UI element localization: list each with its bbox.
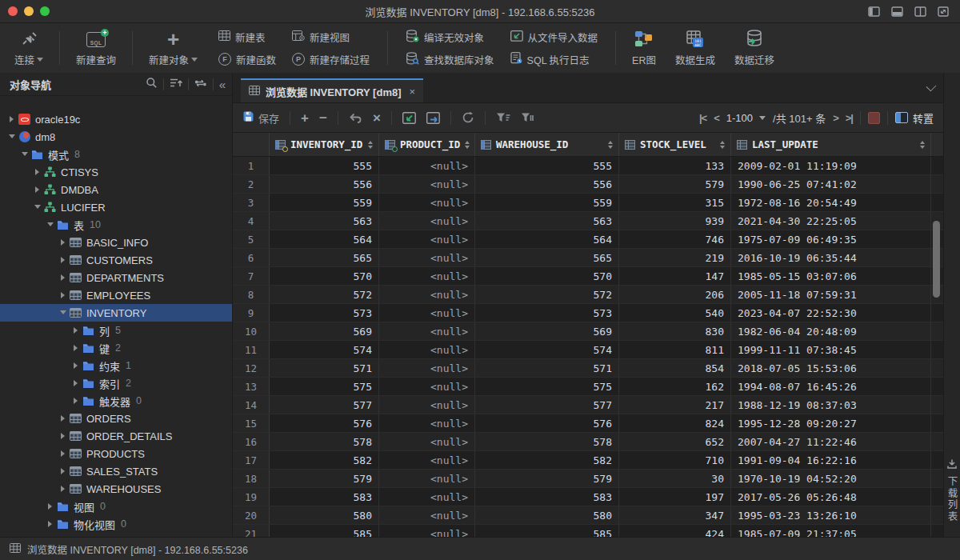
import-from-file-button[interactable]: 从文件导入数据 xyxy=(504,30,605,45)
new-view-button[interactable]: 新建视图 xyxy=(286,30,376,45)
data-cell[interactable]: 582 xyxy=(475,451,619,469)
data-cell[interactable]: 206 xyxy=(619,286,731,303)
tree-chevron-icon[interactable] xyxy=(58,292,69,298)
tree-chevron-icon[interactable] xyxy=(58,308,69,318)
save-button[interactable]: 保存 xyxy=(242,110,279,126)
data-cell[interactable]: <null> xyxy=(379,230,475,248)
data-cell[interactable]: 556 xyxy=(475,175,619,193)
tree-chevron-icon[interactable] xyxy=(70,380,82,386)
tree-chevron-icon[interactable] xyxy=(32,186,43,193)
tree-chevron-icon[interactable] xyxy=(6,132,18,142)
data-cell[interactable]: 1985-05-15 03:07:06 xyxy=(731,267,931,285)
tree-chevron-icon[interactable] xyxy=(58,274,69,281)
data-cell[interactable]: <null> xyxy=(379,304,475,322)
table-row[interactable]: 19583<null>5831972017-05-26 05:26:48 xyxy=(233,488,943,506)
data-cell[interactable]: 1970-10-19 04:52:20 xyxy=(731,470,931,487)
data-cell[interactable]: 1994-08-07 16:45:26 xyxy=(731,378,931,395)
data-cell[interactable]: 347 xyxy=(619,506,731,524)
table-row[interactable]: 11574<null>5748111999-11-11 07:38:45 xyxy=(233,341,943,359)
table-row[interactable]: 18579<null>579301970-10-19 04:52:20 xyxy=(233,470,943,488)
tree-chevron-icon[interactable] xyxy=(58,257,69,263)
data-cell[interactable]: 556 xyxy=(270,175,379,193)
data-cell[interactable]: <null> xyxy=(379,525,475,537)
column-header-last_update[interactable]: LAST_UPDATE xyxy=(731,133,931,156)
table-row[interactable]: 6565<null>5652192016-10-19 06:35:44 xyxy=(233,249,943,267)
data-cell[interactable]: 578 xyxy=(475,433,619,450)
data-cell[interactable]: <null> xyxy=(379,451,475,469)
table-row[interactable]: 10569<null>5698301982-06-04 20:48:09 xyxy=(233,322,943,341)
data-cell[interactable]: 577 xyxy=(475,396,619,414)
tree-chevron-icon[interactable] xyxy=(70,398,82,404)
tree-chevron-icon[interactable] xyxy=(58,239,69,246)
tree-chevron-icon[interactable] xyxy=(6,116,18,122)
data-cell[interactable]: 2005-11-18 07:59:31 xyxy=(731,286,931,303)
column-header-stock_level[interactable]: STOCK_LEVEL xyxy=(619,133,731,156)
table-row[interactable]: 13575<null>5751621994-08-07 16:45:26 xyxy=(233,378,943,396)
data-cell[interactable]: 585 xyxy=(475,525,619,537)
tree-chevron-icon[interactable] xyxy=(58,486,69,492)
data-cell[interactable]: <null> xyxy=(379,506,475,524)
tree-chevron-icon[interactable] xyxy=(58,450,69,457)
sort-arrows-icon[interactable] xyxy=(715,141,725,149)
table-row[interactable]: 5564<null>5647461975-07-09 06:49:35 xyxy=(233,230,943,249)
data-cell[interactable]: <null> xyxy=(379,175,475,193)
collapse-sidebar-icon[interactable]: « xyxy=(219,78,226,90)
tree-item-customers[interactable]: CUSTOMERS xyxy=(0,251,232,269)
new-object-button[interactable]: + 新建对象 xyxy=(139,23,207,73)
table-row[interactable]: 12571<null>5718542018-07-05 15:53:06 xyxy=(233,359,943,378)
data-cell[interactable]: 559 xyxy=(270,194,379,211)
connect-button[interactable]: 连接 xyxy=(5,23,53,73)
tree-chevron-icon[interactable] xyxy=(70,327,82,334)
vertical-scrollbar[interactable] xyxy=(933,221,940,298)
data-cell[interactable]: <null> xyxy=(379,286,475,303)
data-cell[interactable]: 811 xyxy=(619,341,731,358)
close-tab-icon[interactable]: × xyxy=(410,86,416,98)
data-cell[interactable]: <null> xyxy=(379,157,475,174)
data-cell[interactable]: 540 xyxy=(619,304,731,322)
data-cell[interactable]: <null> xyxy=(379,470,475,487)
data-cell[interactable]: <null> xyxy=(379,359,475,377)
data-cell[interactable]: <null> xyxy=(379,433,475,450)
sort-arrows-icon[interactable] xyxy=(603,141,613,149)
tree-item--[interactable]: 约束1 xyxy=(0,357,232,374)
data-cell[interactable]: 564 xyxy=(475,230,619,248)
data-cell[interactable]: 1972-08-16 20:54:49 xyxy=(731,194,931,211)
tree-item--[interactable]: 物化视图0 xyxy=(0,515,232,533)
data-cell[interactable]: 565 xyxy=(270,249,379,266)
data-cell[interactable]: 746 xyxy=(619,230,731,248)
tree-chevron-icon[interactable] xyxy=(58,415,69,422)
data-cell[interactable]: 830 xyxy=(619,322,731,340)
table-row[interactable]: 1555<null>5551332009-02-01 11:19:09 xyxy=(233,157,943,175)
tree-item-basic-info[interactable]: BASIC_INFO xyxy=(0,234,232,251)
tree-chevron-icon[interactable] xyxy=(45,521,56,527)
data-cell[interactable]: 162 xyxy=(619,378,731,395)
table-row[interactable]: 20580<null>5803471995-03-23 13:26:10 xyxy=(233,506,943,525)
table-row[interactable]: 3559<null>5593151972-08-16 20:54:49 xyxy=(233,194,943,212)
data-cell[interactable]: 2021-04-30 22:25:05 xyxy=(731,212,931,230)
data-cell[interactable]: 574 xyxy=(475,341,619,358)
data-cell[interactable]: 2023-04-07 22:52:30 xyxy=(731,304,931,322)
table-row[interactable]: 15576<null>5768241995-12-28 09:20:27 xyxy=(233,414,943,433)
data-cell[interactable]: 710 xyxy=(619,451,731,469)
prev-page-button[interactable]: < xyxy=(714,112,719,124)
tree-item--[interactable]: 列5 xyxy=(0,322,232,339)
next-page-button[interactable]: > xyxy=(833,112,838,124)
data-cell[interactable]: 576 xyxy=(475,414,619,432)
table-row[interactable]: 16578<null>5786522007-04-27 11:22:46 xyxy=(233,433,943,451)
data-cell[interactable]: 652 xyxy=(619,433,731,450)
data-cell[interactable]: 133 xyxy=(619,157,731,174)
data-cell[interactable]: 1982-06-04 20:48:09 xyxy=(731,322,931,340)
data-cell[interactable]: 573 xyxy=(270,304,379,322)
tree-chevron-icon[interactable] xyxy=(70,345,82,351)
data-cell[interactable]: 564 xyxy=(270,230,379,248)
table-row[interactable]: 4563<null>5639392021-04-30 22:25:05 xyxy=(233,212,943,230)
data-cell[interactable]: 555 xyxy=(475,157,619,174)
tree-item-dmdba[interactable]: DMDBA xyxy=(0,181,232,198)
data-generation-button[interactable]: 101ABC 数据生成 xyxy=(666,23,725,73)
delete-row-button[interactable]: − xyxy=(319,111,327,125)
table-row[interactable]: 7570<null>5701471985-05-15 03:07:06 xyxy=(233,267,943,286)
new-query-button[interactable]: SQL+ 新建查询 xyxy=(66,23,126,73)
data-cell[interactable]: 583 xyxy=(475,488,619,506)
abort-button[interactable] xyxy=(868,112,880,124)
data-cell[interactable]: 2007-04-27 11:22:46 xyxy=(731,433,931,450)
